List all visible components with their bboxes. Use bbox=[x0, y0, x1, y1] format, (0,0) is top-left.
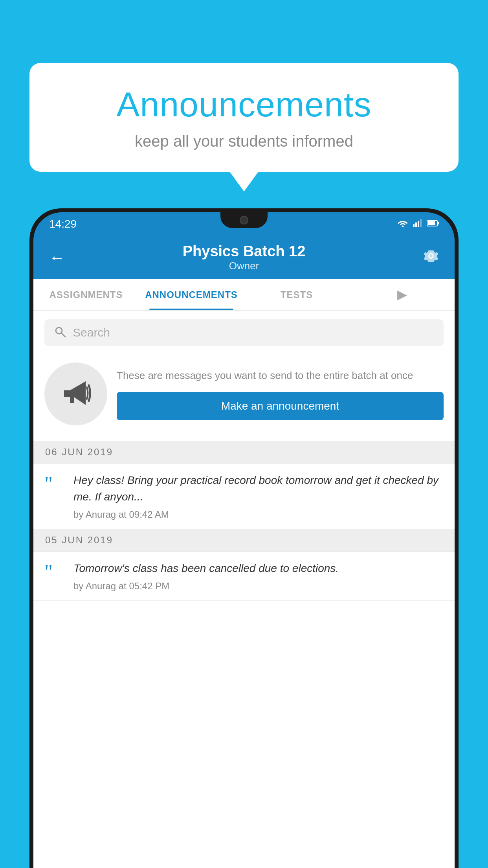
app-bar-subtitle: Owner bbox=[183, 260, 306, 272]
announcement-meta-1: by Anurag at 09:42 AM bbox=[73, 509, 444, 520]
svg-line-9 bbox=[61, 333, 65, 337]
status-time: 14:29 bbox=[49, 218, 77, 230]
announcement-prompt-right: These are messages you want to send to t… bbox=[117, 368, 444, 420]
announcement-item-2[interactable]: " Tomorrow's class has been cancelled du… bbox=[33, 552, 455, 601]
phone-inner: 14:29 bbox=[33, 212, 455, 868]
bubble-title: Announcements bbox=[53, 85, 435, 125]
announcement-icon-circle bbox=[44, 362, 107, 425]
battery-icon bbox=[427, 220, 439, 228]
app-bar-title: Physics Batch 12 bbox=[183, 243, 306, 260]
tab-more[interactable]: ▶ bbox=[349, 279, 455, 310]
svg-point-0 bbox=[402, 226, 404, 228]
bubble-subtitle: keep all your students informed bbox=[53, 132, 435, 150]
signal-icon bbox=[413, 219, 422, 229]
announcement-prompt-description: These are messages you want to send to t… bbox=[117, 368, 444, 383]
speech-bubble: Announcements keep all your students inf… bbox=[29, 63, 459, 172]
make-announcement-button[interactable]: Make an announcement bbox=[117, 392, 444, 420]
status-icons bbox=[397, 219, 439, 229]
search-bar[interactable]: Search bbox=[44, 319, 444, 346]
svg-rect-7 bbox=[428, 221, 435, 225]
phone-frame: 14:29 bbox=[29, 208, 459, 868]
svg-rect-4 bbox=[420, 219, 422, 227]
search-placeholder: Search bbox=[73, 326, 110, 339]
megaphone-icon bbox=[58, 375, 94, 412]
date-separator-2: 05 JUN 2019 bbox=[33, 529, 455, 552]
back-button[interactable]: ← bbox=[49, 249, 65, 267]
tab-bar: ASSIGNMENTS ANNOUNCEMENTS TESTS ▶ bbox=[33, 279, 455, 311]
front-camera bbox=[240, 216, 248, 224]
app-bar: ← Physics Batch 12 Owner bbox=[33, 236, 455, 279]
search-icon bbox=[54, 326, 66, 340]
tab-assignments[interactable]: ASSIGNMENTS bbox=[33, 279, 139, 310]
quote-icon-1: " bbox=[44, 474, 64, 494]
settings-button[interactable] bbox=[423, 248, 439, 267]
tab-announcements[interactable]: ANNOUNCEMENTS bbox=[139, 279, 244, 310]
tab-tests[interactable]: TESTS bbox=[244, 279, 349, 310]
svg-rect-1 bbox=[413, 224, 415, 227]
notch bbox=[220, 212, 268, 228]
wifi-icon bbox=[397, 219, 408, 229]
svg-rect-6 bbox=[437, 222, 439, 224]
announcement-text-1: Hey class! Bring your practical record b… bbox=[73, 472, 444, 505]
svg-rect-3 bbox=[418, 221, 419, 227]
app-bar-title-area: Physics Batch 12 Owner bbox=[183, 243, 306, 272]
announcement-meta-2: by Anurag at 05:42 PM bbox=[73, 581, 444, 592]
announcement-content-2: Tomorrow's class has been cancelled due … bbox=[73, 560, 444, 592]
quote-icon-2: " bbox=[44, 562, 64, 582]
announcement-content-1: Hey class! Bring your practical record b… bbox=[73, 472, 444, 520]
svg-rect-2 bbox=[415, 223, 417, 227]
announcement-prompt: These are messages you want to send to t… bbox=[44, 355, 444, 433]
screen-content: Search These are messages you want to se… bbox=[33, 311, 455, 868]
date-separator-1: 06 JUN 2019 bbox=[33, 441, 455, 463]
announcement-text-2: Tomorrow's class has been cancelled due … bbox=[73, 560, 444, 577]
announcement-item-1[interactable]: " Hey class! Bring your practical record… bbox=[33, 463, 455, 529]
